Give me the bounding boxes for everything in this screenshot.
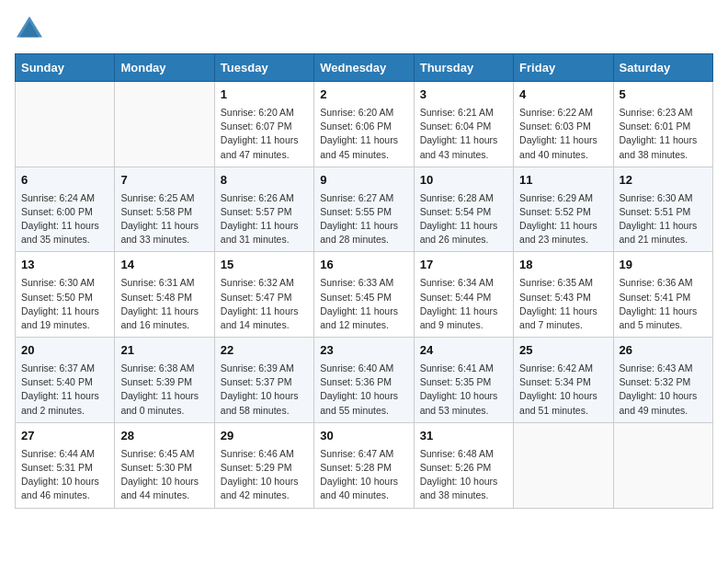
day-number: 10 — [420, 172, 507, 190]
calendar-day: 11Sunrise: 6:29 AM Sunset: 5:52 PM Dayli… — [514, 167, 613, 252]
header-row: SundayMondayTuesdayWednesdayThursdayFrid… — [16, 54, 713, 82]
header-day: Friday — [514, 54, 613, 82]
day-number: 14 — [120, 257, 208, 274]
calendar-week: 27Sunrise: 6:44 AM Sunset: 5:31 PM Dayli… — [16, 422, 713, 508]
calendar-day: 16Sunrise: 6:33 AM Sunset: 5:45 PM Dayli… — [314, 252, 414, 338]
header-day: Wednesday — [314, 54, 414, 82]
day-number: 4 — [519, 86, 607, 104]
day-number: 19 — [620, 257, 707, 274]
logo-icon — [15, 15, 44, 40]
day-info: Sunrise: 6:31 AM Sunset: 5:48 PM Dayligh… — [120, 276, 208, 332]
day-info: Sunrise: 6:24 AM Sunset: 6:00 PM Dayligh… — [21, 191, 108, 247]
calendar-day: 26Sunrise: 6:43 AM Sunset: 5:32 PM Dayli… — [613, 338, 712, 423]
day-info: Sunrise: 6:44 AM Sunset: 5:31 PM Dayligh… — [21, 447, 108, 503]
calendar-day: 23Sunrise: 6:40 AM Sunset: 5:36 PM Dayli… — [314, 338, 414, 423]
calendar-day: 8Sunrise: 6:26 AM Sunset: 5:57 PM Daylig… — [214, 167, 313, 252]
day-number: 2 — [320, 86, 407, 104]
calendar-week: 20Sunrise: 6:37 AM Sunset: 5:40 PM Dayli… — [16, 338, 713, 423]
day-info: Sunrise: 6:20 AM Sunset: 6:07 PM Dayligh… — [221, 106, 308, 162]
day-number: 13 — [21, 257, 108, 274]
calendar-day: 6Sunrise: 6:24 AM Sunset: 6:00 PM Daylig… — [16, 167, 115, 252]
day-number: 23 — [320, 342, 407, 360]
calendar-day — [514, 422, 613, 508]
header-day: Tuesday — [214, 54, 313, 82]
day-info: Sunrise: 6:30 AM Sunset: 5:50 PM Dayligh… — [21, 276, 108, 332]
calendar-day: 4Sunrise: 6:22 AM Sunset: 6:03 PM Daylig… — [514, 82, 613, 167]
calendar-day: 10Sunrise: 6:28 AM Sunset: 5:54 PM Dayli… — [414, 167, 513, 252]
calendar-day: 29Sunrise: 6:46 AM Sunset: 5:29 PM Dayli… — [214, 422, 313, 508]
calendar-week: 1Sunrise: 6:20 AM Sunset: 6:07 PM Daylig… — [16, 82, 713, 167]
day-info: Sunrise: 6:33 AM Sunset: 5:45 PM Dayligh… — [320, 276, 407, 332]
day-number: 25 — [519, 342, 607, 360]
day-info: Sunrise: 6:45 AM Sunset: 5:30 PM Dayligh… — [120, 447, 208, 503]
calendar-day: 21Sunrise: 6:38 AM Sunset: 5:39 PM Dayli… — [115, 338, 214, 423]
day-number: 27 — [21, 428, 108, 445]
calendar-day: 31Sunrise: 6:48 AM Sunset: 5:26 PM Dayli… — [414, 422, 513, 508]
header-day: Thursday — [414, 54, 513, 82]
calendar-day: 19Sunrise: 6:36 AM Sunset: 5:41 PM Dayli… — [613, 252, 712, 338]
calendar-day — [16, 82, 115, 167]
day-info: Sunrise: 6:48 AM Sunset: 5:26 PM Dayligh… — [420, 447, 507, 503]
day-number: 17 — [420, 257, 507, 274]
calendar-day: 17Sunrise: 6:34 AM Sunset: 5:44 PM Dayli… — [414, 252, 513, 338]
day-number: 22 — [221, 342, 308, 360]
day-number: 5 — [620, 86, 707, 104]
day-number: 3 — [420, 86, 507, 104]
calendar-day: 25Sunrise: 6:42 AM Sunset: 5:34 PM Dayli… — [514, 338, 613, 423]
calendar-day: 13Sunrise: 6:30 AM Sunset: 5:50 PM Dayli… — [16, 252, 115, 338]
calendar-day: 12Sunrise: 6:30 AM Sunset: 5:51 PM Dayli… — [613, 167, 712, 252]
day-number: 8 — [221, 172, 308, 190]
day-info: Sunrise: 6:46 AM Sunset: 5:29 PM Dayligh… — [221, 447, 308, 503]
header-day: Monday — [115, 54, 214, 82]
day-info: Sunrise: 6:29 AM Sunset: 5:52 PM Dayligh… — [519, 191, 607, 247]
day-info: Sunrise: 6:37 AM Sunset: 5:40 PM Dayligh… — [21, 362, 108, 418]
day-info: Sunrise: 6:20 AM Sunset: 6:06 PM Dayligh… — [320, 106, 407, 162]
calendar-day: 22Sunrise: 6:39 AM Sunset: 5:37 PM Dayli… — [214, 338, 313, 423]
day-info: Sunrise: 6:42 AM Sunset: 5:34 PM Dayligh… — [519, 362, 607, 418]
day-number: 9 — [320, 172, 407, 190]
day-info: Sunrise: 6:32 AM Sunset: 5:47 PM Dayligh… — [221, 276, 308, 332]
day-number: 31 — [420, 428, 507, 445]
day-number: 20 — [21, 342, 108, 360]
day-info: Sunrise: 6:28 AM Sunset: 5:54 PM Dayligh… — [420, 191, 507, 247]
day-number: 12 — [620, 172, 707, 190]
calendar-day: 27Sunrise: 6:44 AM Sunset: 5:31 PM Dayli… — [16, 422, 115, 508]
calendar-day — [115, 82, 214, 167]
logo — [15, 15, 48, 40]
day-number: 1 — [221, 86, 308, 104]
calendar-day: 18Sunrise: 6:35 AM Sunset: 5:43 PM Dayli… — [514, 252, 613, 338]
calendar-day: 1Sunrise: 6:20 AM Sunset: 6:07 PM Daylig… — [214, 82, 313, 167]
day-number: 7 — [120, 172, 208, 190]
calendar-day: 28Sunrise: 6:45 AM Sunset: 5:30 PM Dayli… — [115, 422, 214, 508]
day-info: Sunrise: 6:25 AM Sunset: 5:58 PM Dayligh… — [120, 191, 208, 247]
day-number: 15 — [221, 257, 308, 274]
calendar-day: 2Sunrise: 6:20 AM Sunset: 6:06 PM Daylig… — [314, 82, 414, 167]
calendar-day: 9Sunrise: 6:27 AM Sunset: 5:55 PM Daylig… — [314, 167, 414, 252]
day-number: 6 — [21, 172, 108, 190]
calendar-day: 7Sunrise: 6:25 AM Sunset: 5:58 PM Daylig… — [115, 167, 214, 252]
calendar-week: 6Sunrise: 6:24 AM Sunset: 6:00 PM Daylig… — [16, 167, 713, 252]
day-info: Sunrise: 6:38 AM Sunset: 5:39 PM Dayligh… — [120, 362, 208, 418]
calendar-day: 14Sunrise: 6:31 AM Sunset: 5:48 PM Dayli… — [115, 252, 214, 338]
day-info: Sunrise: 6:41 AM Sunset: 5:35 PM Dayligh… — [420, 362, 507, 418]
calendar-header: SundayMondayTuesdayWednesdayThursdayFrid… — [16, 54, 713, 82]
calendar-day: 20Sunrise: 6:37 AM Sunset: 5:40 PM Dayli… — [16, 338, 115, 423]
day-info: Sunrise: 6:47 AM Sunset: 5:28 PM Dayligh… — [320, 447, 407, 503]
calendar-day: 15Sunrise: 6:32 AM Sunset: 5:47 PM Dayli… — [214, 252, 313, 338]
day-number: 28 — [120, 428, 208, 445]
day-info: Sunrise: 6:36 AM Sunset: 5:41 PM Dayligh… — [620, 276, 707, 332]
day-info: Sunrise: 6:21 AM Sunset: 6:04 PM Dayligh… — [420, 106, 507, 162]
calendar-body: 1Sunrise: 6:20 AM Sunset: 6:07 PM Daylig… — [16, 82, 713, 509]
day-info: Sunrise: 6:39 AM Sunset: 5:37 PM Dayligh… — [221, 362, 308, 418]
header-day: Sunday — [16, 54, 115, 82]
day-number: 26 — [620, 342, 707, 360]
calendar-day: 30Sunrise: 6:47 AM Sunset: 5:28 PM Dayli… — [314, 422, 414, 508]
calendar-table: SundayMondayTuesdayWednesdayThursdayFrid… — [15, 53, 713, 509]
day-info: Sunrise: 6:35 AM Sunset: 5:43 PM Dayligh… — [519, 276, 607, 332]
day-number: 29 — [221, 428, 308, 445]
page-header — [15, 15, 713, 40]
day-info: Sunrise: 6:30 AM Sunset: 5:51 PM Dayligh… — [620, 191, 707, 247]
day-info: Sunrise: 6:22 AM Sunset: 6:03 PM Dayligh… — [519, 106, 607, 162]
day-number: 18 — [519, 257, 607, 274]
day-info: Sunrise: 6:26 AM Sunset: 5:57 PM Dayligh… — [221, 191, 308, 247]
